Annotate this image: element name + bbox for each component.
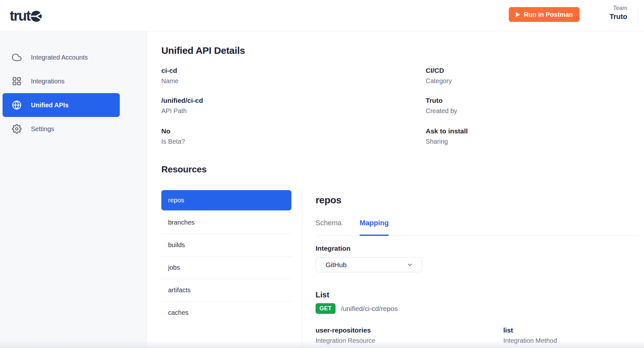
field-value: /unified/ci-cd xyxy=(161,96,203,105)
integration-select[interactable]: GitHub xyxy=(316,257,422,272)
sidebar-item-label: Settings xyxy=(31,125,54,133)
resource-item-label: repos xyxy=(168,197,184,204)
integration-selected-value: GitHub xyxy=(326,261,346,269)
chevron-down-icon xyxy=(407,262,413,268)
resource-item-artifacts[interactable]: artifacts xyxy=(161,279,291,301)
field-label: API Path xyxy=(161,107,203,115)
truto-logo[interactable]: trut xyxy=(10,0,42,31)
sidebar-item-integrated-accounts[interactable]: Integrated Accounts xyxy=(0,45,146,69)
field-label: Is Beta? xyxy=(161,137,185,146)
gear-icon xyxy=(12,124,22,134)
field-value: No xyxy=(161,127,185,135)
run-in-postman-button[interactable]: Run in Postman xyxy=(509,7,580,22)
page-title: Unified API Details xyxy=(161,45,245,56)
resource-item-branches[interactable]: branches xyxy=(161,211,291,234)
app-window: trut Run in Postman Team Truto Integrate… xyxy=(0,0,644,348)
resource-item-label: jobs xyxy=(168,264,180,271)
detail-field-sharing: Ask to install Sharing xyxy=(426,127,468,146)
detail-field-api-path: /unified/ci-cd API Path xyxy=(161,96,203,115)
logo-node-icon xyxy=(30,10,42,22)
cloud-icon xyxy=(12,53,22,62)
field-value: Truto xyxy=(426,96,457,105)
endpoint-title: List xyxy=(316,290,639,299)
tab-mapping[interactable]: Mapping xyxy=(360,218,389,236)
field-value: user-repositories xyxy=(316,326,503,334)
detail-field-name: ci-cd Name xyxy=(161,66,178,85)
sidebar-item-settings[interactable]: Settings xyxy=(0,117,146,141)
resource-item-builds[interactable]: builds xyxy=(161,234,291,256)
http-method-badge: GET xyxy=(316,303,336,314)
resource-detail-panel: repos Schema Mapping Integration GitHub … xyxy=(316,190,639,345)
endpoint-path: /unified/ci-cd/repos xyxy=(341,305,398,313)
sidebar-item-label: Integrations xyxy=(31,78,65,85)
resource-list: repos branches builds jobs artifacts cac… xyxy=(161,190,291,324)
field-label: Name xyxy=(161,77,178,85)
detail-field-is-beta: No Is Beta? xyxy=(161,127,185,146)
play-icon xyxy=(516,12,520,17)
field-label: Sharing xyxy=(426,137,468,146)
field-value: list xyxy=(503,326,557,334)
grid-icon xyxy=(12,76,22,86)
resource-item-jobs[interactable]: jobs xyxy=(161,256,291,279)
resource-panel-divider xyxy=(302,190,302,348)
integration-label: Integration xyxy=(316,244,639,253)
field-value: CI/CD xyxy=(426,66,452,75)
mapping-field-integration-resource: user-repositories Integration Resource xyxy=(316,326,503,345)
tab-schema[interactable]: Schema xyxy=(316,218,342,236)
field-value: Ask to install xyxy=(426,127,468,135)
globe-icon xyxy=(12,100,22,110)
field-label: Category xyxy=(426,77,452,85)
field-label: Created by xyxy=(426,107,457,115)
logo-text: trut xyxy=(10,9,30,23)
resource-item-label: branches xyxy=(168,219,194,226)
resource-item-label: artifacts xyxy=(168,286,191,294)
resource-item-label: builds xyxy=(168,241,185,249)
resource-detail-tabs: Schema Mapping xyxy=(316,218,639,236)
sidebar: Integrated Accounts Integrations Unified… xyxy=(0,31,147,348)
mapping-fields: user-repositories Integration Resource l… xyxy=(316,326,639,345)
endpoint-row: GET /unified/ci-cd/repos xyxy=(316,303,639,314)
app-header: trut Run in Postman Team Truto xyxy=(0,0,644,31)
team-label: Team xyxy=(610,4,627,12)
field-value: ci-cd xyxy=(161,66,178,75)
sidebar-item-label: Unified APIs xyxy=(31,102,69,109)
resource-item-caches[interactable]: caches xyxy=(161,301,291,324)
detail-field-created-by: Truto Created by xyxy=(426,96,457,115)
sidebar-item-integrations[interactable]: Integrations xyxy=(0,69,146,93)
team-switcher[interactable]: Team Truto xyxy=(610,4,627,22)
field-label: Integration Method xyxy=(503,336,557,345)
mapping-field-integration-method: list Integration Method xyxy=(503,326,557,345)
resource-item-repos[interactable]: repos xyxy=(161,190,291,210)
team-name: Truto xyxy=(610,12,627,22)
detail-field-category: CI/CD Category xyxy=(426,66,452,85)
resource-item-label: caches xyxy=(168,309,188,316)
header-divider xyxy=(638,7,638,23)
resources-title: Resources xyxy=(161,164,207,175)
field-label: Integration Resource xyxy=(316,336,503,345)
sidebar-item-label: Integrated Accounts xyxy=(31,54,88,61)
sidebar-item-unified-apis[interactable]: Unified APIs xyxy=(3,93,120,117)
run-in-postman-label: Run in Postman xyxy=(524,11,573,18)
resource-detail-title: repos xyxy=(316,195,639,206)
